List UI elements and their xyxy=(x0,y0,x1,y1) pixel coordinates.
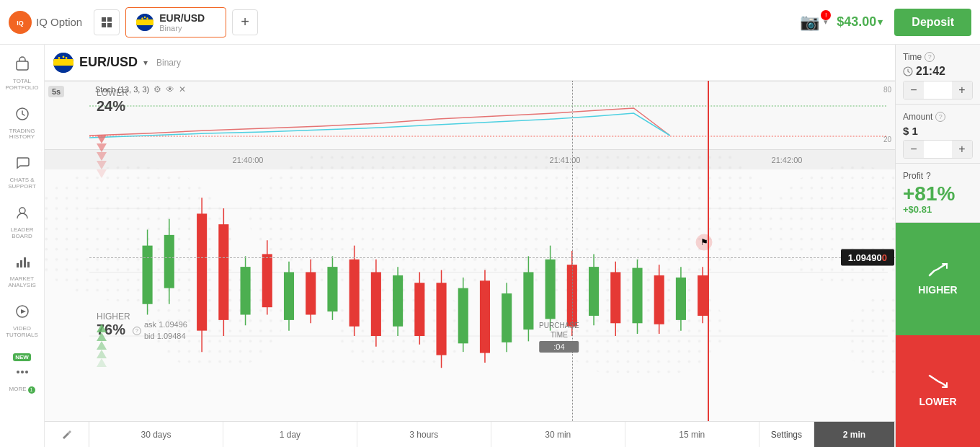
amount-info-icon[interactable]: ? xyxy=(935,112,945,122)
more-icon xyxy=(14,364,30,384)
svg-rect-112 xyxy=(698,275,708,316)
svg-point-32 xyxy=(67,60,69,62)
chart-main[interactable]: LOWER 24% HIGHER 76% xyxy=(45,81,895,421)
svg-rect-90 xyxy=(458,288,468,344)
tf-tab-settings[interactable]: Settings xyxy=(760,422,814,447)
timeframe-tabs: 30 days 1 day 3 hours 30 min 15 min Sett… xyxy=(89,422,895,447)
info-icon[interactable]: ? xyxy=(133,327,141,335)
svg-rect-16 xyxy=(17,61,28,70)
chart-asset-selector[interactable]: EUR/USD ▾ xyxy=(53,53,148,73)
svg-marker-53 xyxy=(97,358,107,367)
svg-rect-70 xyxy=(241,267,251,314)
tf-tab-2min[interactable]: 2 min xyxy=(814,422,895,447)
time-section: Time ? 21:42 − + xyxy=(896,45,980,105)
svg-point-25 xyxy=(17,371,19,373)
balance-display[interactable]: $43.00 ▾ xyxy=(837,14,883,30)
analysis-icon xyxy=(14,254,30,273)
sidebar-item-more[interactable]: NEW MORE 1 xyxy=(0,348,44,399)
leaderboard-icon xyxy=(14,205,30,224)
sidebar-label-portfolio: TOTAL PORTFOLIO xyxy=(5,79,38,92)
time-increase-button[interactable]: + xyxy=(952,81,972,99)
svg-rect-7 xyxy=(136,20,153,25)
sidebar-item-tutorials[interactable]: VIDEOTUTORIALS xyxy=(0,298,44,345)
svg-rect-82 xyxy=(371,273,381,337)
lower-arrows xyxy=(97,135,107,178)
price-tag: 1.094900 xyxy=(841,249,894,266)
price-tag-highlight: 0 xyxy=(882,252,887,263)
osc-visibility-icon[interactable]: 👁 xyxy=(166,84,174,94)
amount-increase-button[interactable]: + xyxy=(952,141,972,158)
svg-rect-62 xyxy=(143,246,153,304)
svg-point-14 xyxy=(141,19,142,21)
sidebar-item-history[interactable]: TRADINGHISTORY xyxy=(0,100,44,147)
oscillator-panel: Stoch (13, 3, 3) ⚙ 👁 ✕ 5s 80 20 xyxy=(45,81,895,149)
right-panel: Time ? 21:42 − + Amount ? $ 1 − xyxy=(895,45,980,447)
tf-tab-30min[interactable]: 30 min xyxy=(491,422,625,447)
sidebar-item-leaderboard[interactable]: LEADERBOARD xyxy=(0,199,44,246)
price-dashed-line xyxy=(89,257,895,258)
sidebar-item-chats[interactable]: CHATS &SUPPORT xyxy=(0,149,44,196)
svg-point-8 xyxy=(144,16,146,17)
higher-button[interactable]: HIGHER xyxy=(896,223,980,335)
svg-rect-84 xyxy=(393,275,403,327)
svg-point-33 xyxy=(58,57,61,59)
profit-info-icon[interactable]: ? xyxy=(926,171,931,181)
add-instrument-button[interactable]: + xyxy=(232,9,258,35)
svg-rect-4 xyxy=(102,23,106,27)
amount-decrease-button[interactable]: − xyxy=(904,141,924,158)
svg-marker-52 xyxy=(97,350,107,358)
svg-marker-24 xyxy=(21,309,26,314)
lower-button[interactable]: LOWER xyxy=(896,335,980,448)
svg-rect-3 xyxy=(107,17,112,22)
svg-rect-22 xyxy=(27,262,30,267)
instrument-type: Binary xyxy=(159,24,205,32)
camera-area[interactable]: 📷 ! ▾ xyxy=(800,13,828,32)
lower-btn-label: LOWER xyxy=(919,396,956,407)
purchase-time-label: PURCHASETIME :04 xyxy=(539,321,579,353)
svg-rect-96 xyxy=(523,273,533,330)
main-area: TOTAL PORTFOLIO TRADINGHISTORY CHATS &SU… xyxy=(0,45,980,447)
svg-point-15 xyxy=(142,17,143,19)
draw-button[interactable] xyxy=(45,422,89,447)
tf-tab-1day[interactable]: 1 day xyxy=(223,422,357,447)
tf-tab-30days[interactable]: 30 days xyxy=(89,422,223,447)
svg-rect-86 xyxy=(414,283,424,336)
svg-marker-49 xyxy=(97,324,107,332)
svg-marker-45 xyxy=(97,143,107,152)
svg-rect-64 xyxy=(164,235,174,288)
new-badge: NEW xyxy=(13,353,31,361)
instrument-tab[interactable]: EUR/USD Binary xyxy=(125,7,226,37)
time-info-icon[interactable]: ? xyxy=(925,52,935,62)
amount-stepper: − + xyxy=(903,140,973,159)
sidebar-item-analysis[interactable]: MARKETANALYSIS xyxy=(0,248,44,295)
svg-marker-47 xyxy=(97,161,107,169)
profit-percentage: +81% xyxy=(903,184,973,204)
instrument-name: EUR/USD xyxy=(159,12,205,24)
tf-tab-3hours[interactable]: 3 hours xyxy=(357,422,491,447)
bottom-controls: 30 days 1 day 3 hours 30 min 15 min Sett… xyxy=(45,421,895,447)
deposit-button[interactable]: Deposit xyxy=(894,9,971,36)
osc-settings-icon[interactable]: ⚙ xyxy=(153,84,161,94)
svg-marker-48 xyxy=(97,169,107,178)
svg-rect-104 xyxy=(610,273,620,324)
logo-text: IQ Option xyxy=(36,16,82,28)
top-nav: IQ IQ Option xyxy=(0,0,980,45)
asset-chevron: ▾ xyxy=(143,58,148,68)
svg-marker-51 xyxy=(97,341,107,350)
svg-rect-108 xyxy=(654,275,664,324)
svg-rect-76 xyxy=(306,273,316,315)
ask-bid-info: ? ask 1.09496 bid 1.09484 xyxy=(133,319,187,342)
svg-rect-92 xyxy=(480,280,490,353)
tf-tab-15min[interactable]: 15 min xyxy=(625,422,760,447)
svg-text:IQ: IQ xyxy=(17,19,24,27)
history-icon xyxy=(14,106,30,125)
grid-button[interactable] xyxy=(94,9,120,35)
lower-chart-icon xyxy=(928,374,948,393)
higher-arrows xyxy=(97,324,107,367)
oscillator-label: Stoch (13, 3, 3) ⚙ 👁 ✕ xyxy=(95,84,186,94)
logo-icon: IQ xyxy=(9,11,32,34)
time-value-row: 21:42 xyxy=(903,65,973,78)
time-decrease-button[interactable]: − xyxy=(904,81,924,99)
osc-close-icon[interactable]: ✕ xyxy=(179,84,186,94)
sidebar-item-portfolio[interactable]: TOTAL PORTFOLIO xyxy=(0,50,44,97)
